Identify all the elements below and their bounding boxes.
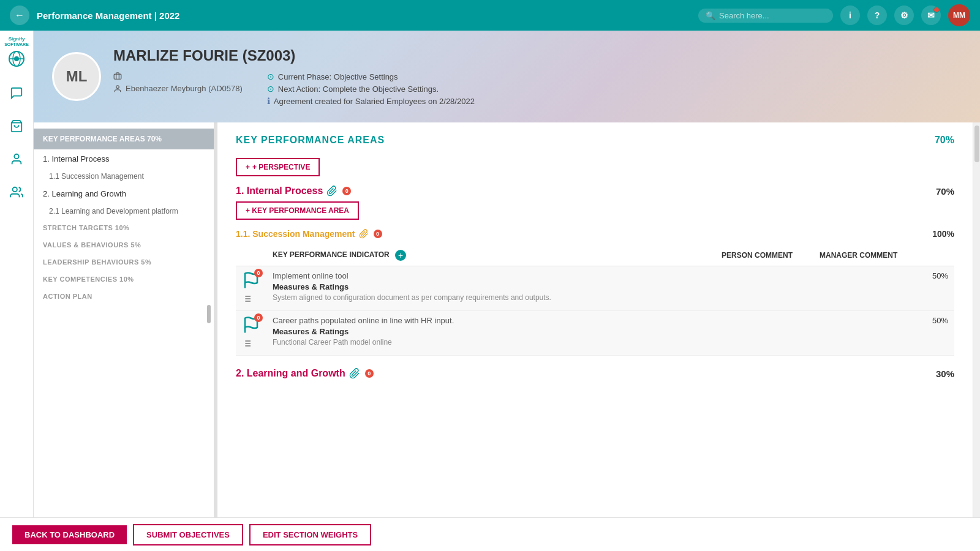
next-action: ⊙ Next Action: Complete the Objective Se… <box>267 84 475 94</box>
svg-point-3 <box>14 56 19 61</box>
user-avatar-button[interactable]: MM <box>948 4 970 26</box>
add-kpa-button[interactable]: + KEY PERFORMANCE AREA <box>236 201 359 220</box>
nav-back-button[interactable]: ← <box>10 6 29 25</box>
kpi-row-1: 0 Implement online tool Measures & Ratin… <box>236 266 954 311</box>
icon-sidebar: SignifySOFTWARE <box>0 31 34 551</box>
mail-button[interactable]: ✉ <box>921 6 941 25</box>
next-action-icon: ⊙ <box>267 84 274 94</box>
kpi-1-content: Implement online tool Measures & Ratings… <box>266 266 715 311</box>
agreement-info: ℹ Agreement created for Salaried Employe… <box>267 96 475 106</box>
nav-cat-competencies: KEY COMPETENCIES 10% <box>34 271 214 288</box>
kpi-2-percent: 50% <box>911 311 954 356</box>
nav-subitem-succession[interactable]: 1.1 Succession Management <box>34 168 214 184</box>
briefcase-icon <box>113 72 122 80</box>
kpi-1-badge: 0 <box>254 269 263 277</box>
sidebar-bag-icon[interactable] <box>6 115 28 137</box>
kpa-succession-percent: 100% <box>932 229 954 239</box>
help-button[interactable]: ? <box>867 6 887 25</box>
person-comment-header: PERSON COMMENT <box>715 245 813 266</box>
search-input[interactable] <box>719 11 823 20</box>
attach-icon <box>326 186 337 197</box>
kpi-1-manager-comment <box>813 266 911 311</box>
submit-objectives-button[interactable]: SUBMIT OBJECTIVES <box>133 524 243 545</box>
top-navigation: ← Performance Management | 2022 🔍 i ? ⚙ … <box>0 0 980 31</box>
perspective-1-percent: 70% <box>936 186 954 197</box>
phase-icon: ⊙ <box>267 72 274 81</box>
kpi-2-list-icon <box>242 339 260 350</box>
info-button[interactable]: i <box>840 6 860 25</box>
perspective-1-title: 1. Internal Process 0 <box>236 186 351 197</box>
svg-point-8 <box>116 85 119 88</box>
sidebar-user-icon[interactable] <box>6 181 28 203</box>
manager-name: Ebenhaezer Meyburgh (AD0578) <box>126 84 243 93</box>
kpi-1-title: Implement online tool <box>273 271 709 280</box>
svg-point-6 <box>13 187 17 192</box>
current-phase: ⊙ Current Phase: Objective Settings <box>267 72 475 81</box>
sidebar-person-icon[interactable] <box>6 148 28 170</box>
edit-section-weights-button[interactable]: EDIT SECTION WEIGHTS <box>249 524 371 545</box>
scrollbar-thumb <box>974 126 979 162</box>
perspective-1-badge: 0 <box>342 187 351 195</box>
perspective-2-title: 2. Learning and Growth 0 <box>236 368 374 379</box>
search-bar[interactable]: 🔍 <box>698 9 833 23</box>
svg-point-5 <box>14 154 18 159</box>
learning-attach-icon <box>349 368 360 379</box>
nav-subitem-learning-dev[interactable]: 2.1 Learning and Development platform <box>34 203 214 219</box>
kpi-1-percent: 50% <box>911 266 954 311</box>
kpi-1-icon-wrap: 0 <box>242 271 260 291</box>
add-kpi-button[interactable]: + <box>395 250 406 261</box>
manager-comment-header: MANAGER COMMENT <box>813 245 911 266</box>
kpi-2-title: Career paths populated online in line wi… <box>273 316 709 325</box>
settings-button[interactable]: ⚙ <box>894 6 914 25</box>
kpa-nav-header[interactable]: KEY PERFORMANCE AREAS 70% <box>34 129 214 149</box>
kpi-table-header: KEY PERFORMANCE INDICATOR + PERSON COMME… <box>236 245 954 266</box>
main-content-panel: KEY PERFORMANCE AREAS 70% + + PERSPECTIV… <box>217 122 973 551</box>
main-content-row: KEY PERFORMANCE AREAS 70% 1. Internal Pr… <box>34 122 980 551</box>
perspective-2-percent: 30% <box>936 369 954 379</box>
add-perspective-button[interactable]: + + PERSPECTIVE <box>236 158 320 176</box>
banner-user-name: MARLIZE FOURIE (SZ003) <box>113 47 475 64</box>
succession-badge: 0 <box>374 230 382 238</box>
kpa-section-header: KEY PERFORMANCE AREAS 70% <box>236 135 954 146</box>
perspective-1-title-text: 1. Internal Process <box>236 186 323 197</box>
main-layout: SignifySOFTWARE ML <box>0 31 980 551</box>
percent-header <box>911 245 954 266</box>
kpi-2-desc: Functional Career Path model online <box>273 338 709 347</box>
banner-briefcase <box>113 72 243 80</box>
banner-info-block: MARLIZE FOURIE (SZ003) Ebenhaezer Meybur… <box>113 47 475 106</box>
nav-cat-leadership: LEADERSHIP BEHAVIOURS 5% <box>34 253 214 271</box>
nav-cat-action-plan: ACTION PLAN <box>34 288 214 305</box>
banner-left-details: Ebenhaezer Meyburgh (AD0578) <box>113 72 243 106</box>
kpi-1-measures: Measures & Ratings <box>273 282 709 291</box>
user-banner: ML MARLIZE FOURIE (SZ003) Ebenhaezer Mey… <box>34 31 980 122</box>
bottom-action-bar: BACK TO DASHBOARD SUBMIT OBJECTIVES EDIT… <box>34 517 980 551</box>
kpa-succession-section: 1.1. Succession Management 0 100% <box>236 229 954 356</box>
perspective-1-heading: 1. Internal Process 0 70% <box>236 186 954 197</box>
logo: SignifySOFTWARE <box>4 37 29 71</box>
content-area: ML MARLIZE FOURIE (SZ003) Ebenhaezer Mey… <box>34 31 980 551</box>
kpi-icon-header <box>236 245 266 266</box>
banner-details: Ebenhaezer Meyburgh (AD0578) ⊙ Current P… <box>113 72 475 106</box>
kpi-indicator-header: KEY PERFORMANCE INDICATOR + <box>266 245 715 266</box>
nav-cat-values: VALUES & BEHAVIOURS 5% <box>34 236 214 253</box>
kpa-main-percent: 70% <box>935 135 954 146</box>
kpi-1-person-comment <box>715 266 813 311</box>
perspective-2-heading: 2. Learning and Growth 0 30% <box>236 368 954 379</box>
sidebar-chat-icon[interactable] <box>6 82 28 104</box>
kpi-2-content: Career paths populated online in line wi… <box>266 311 715 356</box>
add-perspective-label: + PERSPECTIVE <box>252 163 310 171</box>
agreement-text: Agreement created for Salaried Employees… <box>274 97 475 106</box>
kpa-succession-header: 1.1. Succession Management 0 100% <box>236 229 954 239</box>
svg-rect-7 <box>114 74 121 79</box>
kpi-2-person-comment <box>715 311 813 356</box>
perspective-2-title-text: 2. Learning and Growth <box>236 368 345 379</box>
nav-item-learning[interactable]: 2. Learning and Growth <box>34 184 214 203</box>
banner-manager: Ebenhaezer Meyburgh (AD0578) <box>113 84 243 93</box>
back-to-dashboard-button[interactable]: BACK TO DASHBOARD <box>34 525 127 544</box>
search-icon: 🔍 <box>706 11 715 20</box>
nav-item-internal-process[interactable]: 1. Internal Process <box>34 149 214 168</box>
content-scrollbar[interactable] <box>973 122 980 551</box>
kpi-2-manager-comment <box>813 311 911 356</box>
kpi-2-icon-wrap: 0 <box>242 316 260 336</box>
logo-globe-icon <box>8 50 25 67</box>
